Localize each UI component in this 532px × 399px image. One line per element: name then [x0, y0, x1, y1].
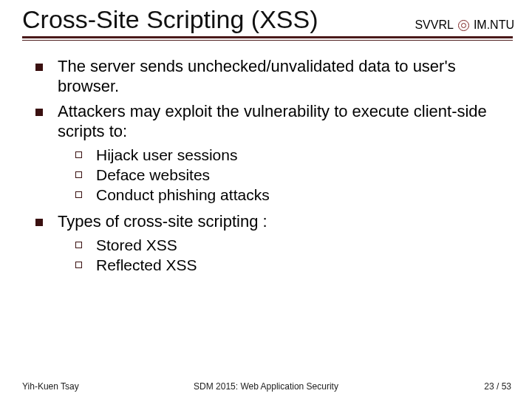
footer-page: 23 / 53: [484, 381, 511, 392]
square-bullet-icon: [35, 109, 43, 116]
org-left: SVVRL: [415, 18, 453, 32]
bullet-text: Types of cross-site scripting :: [58, 212, 267, 231]
list-item: Conduct phishing attacks: [75, 185, 510, 204]
bullet-text: The server sends unchecked/unvalidated d…: [58, 57, 456, 95]
header: Cross-Site Scripting (XSS) SVVRL IM.NTU: [0, 0, 532, 36]
content-area: The server sends unchecked/unvalidated d…: [0, 41, 532, 274]
list-item: Attackers may exploit the vulnerability …: [35, 102, 510, 204]
list-item: Hijack user sessions: [75, 146, 510, 164]
sub-text: Conduct phishing attacks: [96, 186, 270, 203]
footer: Yih-Kuen Tsay SDM 2015: Web Application …: [0, 381, 532, 392]
footer-author: Yih-Kuen Tsay: [22, 381, 79, 392]
sub-text: Reflected XSS: [96, 256, 197, 273]
list-item: Deface websites: [75, 166, 510, 184]
open-square-bullet-icon: [75, 171, 82, 178]
square-bullet-icon: [35, 64, 43, 71]
sub-text: Hijack user sessions: [96, 146, 237, 163]
list-item: Reflected XSS: [75, 256, 510, 274]
sub-text: Stored XSS: [96, 236, 177, 253]
list-item: Stored XSS: [75, 236, 510, 254]
page-title: Cross-Site Scripting (XSS): [22, 6, 318, 36]
bullet-text: Attackers may exploit the vulnerability …: [58, 102, 487, 140]
open-square-bullet-icon: [75, 191, 82, 198]
footer-center: SDM 2015: Web Application Security: [194, 381, 338, 392]
header-org: SVVRL IM.NTU: [415, 18, 514, 36]
sub-list: Hijack user sessions Deface websites Con…: [75, 146, 510, 205]
open-square-bullet-icon: [75, 242, 82, 248]
open-square-bullet-icon: [75, 262, 82, 268]
list-item: The server sends unchecked/unvalidated d…: [35, 57, 510, 96]
at-icon: [458, 20, 469, 31]
square-bullet-icon: [35, 219, 43, 226]
sub-text: Deface websites: [96, 166, 210, 183]
sub-list: Stored XSS Reflected XSS: [75, 236, 510, 274]
bullet-list: The server sends unchecked/unvalidated d…: [35, 57, 510, 274]
rule-thick: [22, 36, 513, 38]
list-item: Types of cross-site scripting : Stored X…: [35, 212, 510, 275]
org-right: IM.NTU: [474, 18, 514, 32]
open-square-bullet-icon: [75, 151, 82, 158]
